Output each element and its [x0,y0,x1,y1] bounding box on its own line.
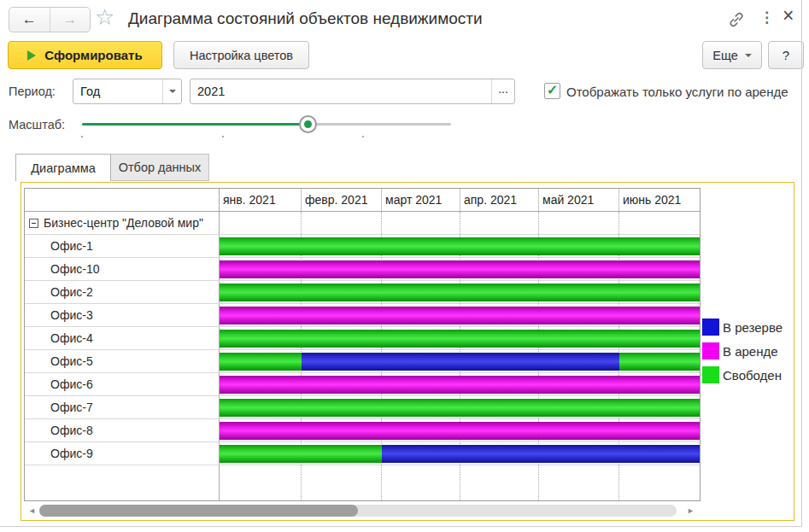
forward-button[interactable]: → [50,8,91,32]
month-header-4: апр. 2021 [460,189,539,211]
help-button-label: ? [783,48,789,62]
row-label[interactable]: Офис-7 [25,396,220,418]
legend-swatch [702,366,719,383]
row-timeline [220,258,700,280]
group-timeline [220,212,700,234]
legend-swatch [702,342,719,360]
legend-label: Свободен [723,368,782,383]
slider-tick [222,136,224,137]
row-timeline [220,396,700,418]
month-header-row: янв. 2021февр. 2021март 2021апр. 2021май… [25,189,700,212]
scroll-right-icon[interactable]: ► [687,506,695,515]
help-button[interactable]: ? [768,41,804,69]
more-button[interactable]: Еще [702,41,762,69]
gantt-bar-free[interactable] [220,445,382,463]
color-settings-button[interactable]: Настройка цветов [173,41,309,69]
row-label[interactable]: Офис-9 [25,442,220,465]
row-label[interactable]: Офис-1 [25,235,220,257]
gantt-chart-panel: янв. 2021февр. 2021март 2021апр. 2021май… [21,182,794,521]
chevron-down-icon [169,90,176,93]
play-icon [27,50,36,61]
row-timeline [220,373,700,395]
period-choose-button[interactable]: ... [491,79,514,103]
slider-tick [362,136,364,137]
row-label[interactable]: Офис-3 [25,304,220,326]
gantt-rows: Офис-1Офис-10Офис-2Офис-3Офис-4Офис-5Офи… [25,235,700,465]
gantt-row: Офис-2 [25,281,700,304]
gantt-table-body: Бизнес-центр "Деловой мир" Офис-1Офис-10… [25,212,700,500]
collapse-icon[interactable] [29,219,38,228]
filler-timeline [220,465,700,500]
horizontal-scrollbar[interactable]: ◄ ► [24,504,701,517]
tab-diagram-label: Диаграмма [31,161,95,175]
gantt-bar-rent[interactable] [220,376,700,394]
legend: В резервеВ арендеСвободен [702,319,783,390]
color-settings-label: Настройка цветов [190,49,293,62]
window-menu-icon[interactable]: ⋮ [759,9,774,26]
filler-label-cell [25,465,220,500]
rent-only-checkbox[interactable]: ✓ [544,83,560,99]
period-type-value: Год [73,79,162,103]
rent-only-label[interactable]: Отображать только услуги по аренде [566,85,788,99]
tab-diagram[interactable]: Диаграмма [15,154,111,181]
group-node[interactable]: Бизнес-центр "Деловой мир" [25,212,220,234]
row-label[interactable]: Офис-6 [25,373,220,395]
generate-button-label: Сформировать [44,48,142,62]
nav-history-group: ← → [9,7,91,32]
gantt-bar-free[interactable] [220,399,700,417]
row-timeline [220,235,700,257]
gantt-bar-reserve[interactable] [382,445,700,463]
group-label: Бизнес-центр "Деловой мир" [44,216,203,230]
legend-label: В резерве [723,320,783,335]
close-icon[interactable]: × [783,4,794,27]
favorite-star-icon[interactable]: ☆ [95,4,114,31]
ellipsis-icon: ... [498,85,508,99]
scrollbar-thumb[interactable] [39,505,358,517]
gantt-table: янв. 2021февр. 2021март 2021апр. 2021май… [24,188,701,501]
legend-item: В резерве [702,319,783,336]
filler-row [25,465,700,500]
gantt-bar-free[interactable] [220,330,700,348]
generate-button[interactable]: Сформировать [8,41,162,69]
tab-data-selection[interactable]: Отбор данных [110,154,209,181]
gantt-bar-free[interactable] [619,353,700,371]
gantt-row: Офис-5 [25,350,700,373]
forward-arrow-icon: → [62,11,77,28]
gantt-bar-free[interactable] [220,353,302,371]
legend-item: Свободен [702,366,783,383]
chevron-down-icon [745,54,752,57]
month-header-3: март 2021 [382,189,460,211]
row-timeline [220,442,700,465]
gantt-bar-free[interactable] [220,237,700,255]
scrollbar-track[interactable] [39,505,677,517]
period-type-dropdown-button[interactable] [162,79,181,103]
checkmark-icon: ✓ [547,84,558,96]
period-type-select[interactable]: Год [73,79,182,104]
gantt-bar-reserve[interactable] [302,353,619,371]
scale-label: Масштаб: [9,118,65,132]
gantt-row: Офис-6 [25,373,700,396]
window-bottom-edge [0,526,802,527]
row-label[interactable]: Офис-8 [25,419,220,441]
gantt-row: Офис-10 [25,258,700,281]
period-value-text: 2021 [191,79,491,103]
row-label[interactable]: Офис-5 [25,350,220,372]
row-label[interactable]: Офис-10 [25,258,220,280]
gantt-bar-rent[interactable] [220,422,700,440]
period-label: Период: [9,85,56,98]
gantt-bar-rent[interactable] [220,307,700,324]
gantt-bar-rent[interactable] [220,260,700,278]
scroll-left-icon[interactable]: ◄ [28,506,36,515]
scale-slider-thumb[interactable] [299,115,317,133]
gantt-bar-free[interactable] [220,284,700,301]
back-button[interactable]: ← [9,8,50,32]
period-value-input[interactable]: 2021 ... [190,79,515,104]
slider-tick [81,136,83,137]
row-label[interactable]: Офис-2 [25,281,220,303]
legend-label: В аренде [723,344,778,359]
month-header-5: май 2021 [539,189,619,211]
get-link-icon[interactable] [727,10,746,32]
legend-swatch [702,319,719,336]
row-label[interactable]: Офис-4 [25,327,220,349]
row-timeline [220,350,700,372]
